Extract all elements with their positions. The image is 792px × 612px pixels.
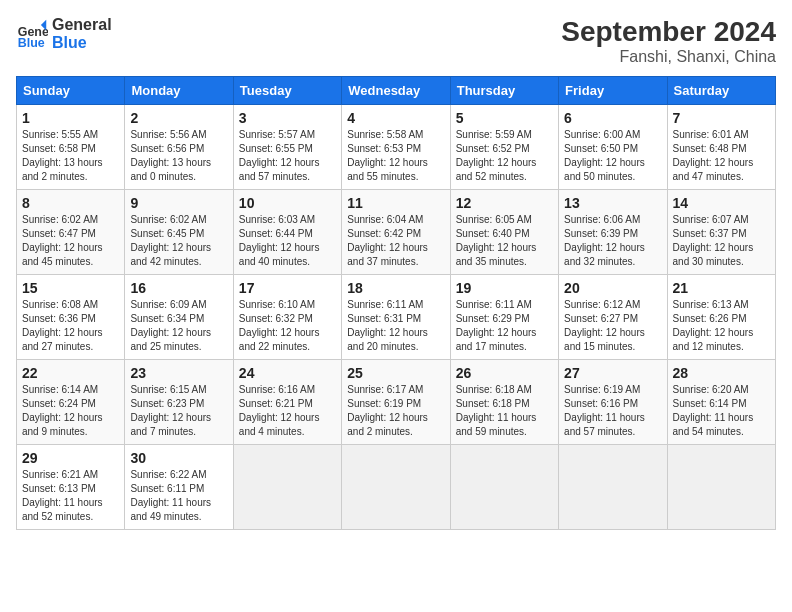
title-block: September 2024 Fanshi, Shanxi, China xyxy=(561,16,776,66)
day-info: Sunrise: 5:57 AM Sunset: 6:55 PM Dayligh… xyxy=(239,129,320,182)
calendar-week-4: 22 Sunrise: 6:14 AM Sunset: 6:24 PM Dayl… xyxy=(17,360,776,445)
weekday-header-saturday: Saturday xyxy=(667,77,775,105)
calendar-cell: 27 Sunrise: 6:19 AM Sunset: 6:16 PM Dayl… xyxy=(559,360,667,445)
day-info: Sunrise: 5:58 AM Sunset: 6:53 PM Dayligh… xyxy=(347,129,428,182)
day-number: 28 xyxy=(673,365,770,381)
day-number: 12 xyxy=(456,195,553,211)
calendar-cell xyxy=(342,445,450,530)
calendar-cell: 8 Sunrise: 6:02 AM Sunset: 6:47 PM Dayli… xyxy=(17,190,125,275)
day-info: Sunrise: 6:15 AM Sunset: 6:23 PM Dayligh… xyxy=(130,384,211,437)
day-info: Sunrise: 6:19 AM Sunset: 6:16 PM Dayligh… xyxy=(564,384,645,437)
weekday-header-sunday: Sunday xyxy=(17,77,125,105)
day-number: 18 xyxy=(347,280,444,296)
day-info: Sunrise: 6:02 AM Sunset: 6:47 PM Dayligh… xyxy=(22,214,103,267)
calendar-body: 1 Sunrise: 5:55 AM Sunset: 6:58 PM Dayli… xyxy=(17,105,776,530)
calendar-cell: 22 Sunrise: 6:14 AM Sunset: 6:24 PM Dayl… xyxy=(17,360,125,445)
day-number: 19 xyxy=(456,280,553,296)
logo-text-general: General xyxy=(52,16,112,34)
day-info: Sunrise: 6:04 AM Sunset: 6:42 PM Dayligh… xyxy=(347,214,428,267)
day-number: 7 xyxy=(673,110,770,126)
weekday-header-row: SundayMondayTuesdayWednesdayThursdayFrid… xyxy=(17,77,776,105)
calendar-cell: 20 Sunrise: 6:12 AM Sunset: 6:27 PM Dayl… xyxy=(559,275,667,360)
weekday-header-tuesday: Tuesday xyxy=(233,77,341,105)
calendar-week-5: 29 Sunrise: 6:21 AM Sunset: 6:13 PM Dayl… xyxy=(17,445,776,530)
calendar-cell: 18 Sunrise: 6:11 AM Sunset: 6:31 PM Dayl… xyxy=(342,275,450,360)
day-info: Sunrise: 6:11 AM Sunset: 6:31 PM Dayligh… xyxy=(347,299,428,352)
calendar-cell: 30 Sunrise: 6:22 AM Sunset: 6:11 PM Dayl… xyxy=(125,445,233,530)
calendar-cell: 16 Sunrise: 6:09 AM Sunset: 6:34 PM Dayl… xyxy=(125,275,233,360)
calendar-cell: 3 Sunrise: 5:57 AM Sunset: 6:55 PM Dayli… xyxy=(233,105,341,190)
weekday-header-friday: Friday xyxy=(559,77,667,105)
calendar-cell xyxy=(233,445,341,530)
day-number: 4 xyxy=(347,110,444,126)
day-info: Sunrise: 6:08 AM Sunset: 6:36 PM Dayligh… xyxy=(22,299,103,352)
day-info: Sunrise: 5:55 AM Sunset: 6:58 PM Dayligh… xyxy=(22,129,103,182)
day-number: 3 xyxy=(239,110,336,126)
day-number: 6 xyxy=(564,110,661,126)
calendar-header: SundayMondayTuesdayWednesdayThursdayFrid… xyxy=(17,77,776,105)
logo: General Blue General Blue xyxy=(16,16,112,52)
day-info: Sunrise: 6:06 AM Sunset: 6:39 PM Dayligh… xyxy=(564,214,645,267)
calendar-cell: 28 Sunrise: 6:20 AM Sunset: 6:14 PM Dayl… xyxy=(667,360,775,445)
calendar-cell: 19 Sunrise: 6:11 AM Sunset: 6:29 PM Dayl… xyxy=(450,275,558,360)
day-info: Sunrise: 6:02 AM Sunset: 6:45 PM Dayligh… xyxy=(130,214,211,267)
day-info: Sunrise: 6:00 AM Sunset: 6:50 PM Dayligh… xyxy=(564,129,645,182)
day-info: Sunrise: 6:14 AM Sunset: 6:24 PM Dayligh… xyxy=(22,384,103,437)
calendar-cell: 13 Sunrise: 6:06 AM Sunset: 6:39 PM Dayl… xyxy=(559,190,667,275)
day-info: Sunrise: 6:07 AM Sunset: 6:37 PM Dayligh… xyxy=(673,214,754,267)
day-number: 5 xyxy=(456,110,553,126)
day-number: 15 xyxy=(22,280,119,296)
calendar-cell: 23 Sunrise: 6:15 AM Sunset: 6:23 PM Dayl… xyxy=(125,360,233,445)
day-info: Sunrise: 5:59 AM Sunset: 6:52 PM Dayligh… xyxy=(456,129,537,182)
day-info: Sunrise: 6:17 AM Sunset: 6:19 PM Dayligh… xyxy=(347,384,428,437)
day-number: 23 xyxy=(130,365,227,381)
day-info: Sunrise: 6:03 AM Sunset: 6:44 PM Dayligh… xyxy=(239,214,320,267)
day-info: Sunrise: 6:13 AM Sunset: 6:26 PM Dayligh… xyxy=(673,299,754,352)
calendar-week-1: 1 Sunrise: 5:55 AM Sunset: 6:58 PM Dayli… xyxy=(17,105,776,190)
calendar-cell: 29 Sunrise: 6:21 AM Sunset: 6:13 PM Dayl… xyxy=(17,445,125,530)
day-info: Sunrise: 6:22 AM Sunset: 6:11 PM Dayligh… xyxy=(130,469,211,522)
calendar-cell: 1 Sunrise: 5:55 AM Sunset: 6:58 PM Dayli… xyxy=(17,105,125,190)
day-number: 17 xyxy=(239,280,336,296)
day-info: Sunrise: 6:10 AM Sunset: 6:32 PM Dayligh… xyxy=(239,299,320,352)
day-number: 2 xyxy=(130,110,227,126)
day-number: 11 xyxy=(347,195,444,211)
day-info: Sunrise: 6:09 AM Sunset: 6:34 PM Dayligh… xyxy=(130,299,211,352)
day-number: 25 xyxy=(347,365,444,381)
calendar-cell: 14 Sunrise: 6:07 AM Sunset: 6:37 PM Dayl… xyxy=(667,190,775,275)
calendar-cell xyxy=(450,445,558,530)
day-number: 27 xyxy=(564,365,661,381)
day-info: Sunrise: 6:05 AM Sunset: 6:40 PM Dayligh… xyxy=(456,214,537,267)
calendar-cell: 11 Sunrise: 6:04 AM Sunset: 6:42 PM Dayl… xyxy=(342,190,450,275)
day-number: 22 xyxy=(22,365,119,381)
day-number: 8 xyxy=(22,195,119,211)
day-info: Sunrise: 6:20 AM Sunset: 6:14 PM Dayligh… xyxy=(673,384,754,437)
calendar-cell xyxy=(559,445,667,530)
calendar-cell: 2 Sunrise: 5:56 AM Sunset: 6:56 PM Dayli… xyxy=(125,105,233,190)
day-number: 26 xyxy=(456,365,553,381)
calendar-subtitle: Fanshi, Shanxi, China xyxy=(561,48,776,66)
day-info: Sunrise: 6:01 AM Sunset: 6:48 PM Dayligh… xyxy=(673,129,754,182)
calendar-cell: 17 Sunrise: 6:10 AM Sunset: 6:32 PM Dayl… xyxy=(233,275,341,360)
calendar-cell: 5 Sunrise: 5:59 AM Sunset: 6:52 PM Dayli… xyxy=(450,105,558,190)
day-number: 30 xyxy=(130,450,227,466)
calendar-cell: 4 Sunrise: 5:58 AM Sunset: 6:53 PM Dayli… xyxy=(342,105,450,190)
logo-icon: General Blue xyxy=(16,18,48,50)
day-number: 14 xyxy=(673,195,770,211)
day-number: 16 xyxy=(130,280,227,296)
day-number: 10 xyxy=(239,195,336,211)
day-number: 20 xyxy=(564,280,661,296)
logo-text-blue: Blue xyxy=(52,34,112,52)
calendar-cell: 21 Sunrise: 6:13 AM Sunset: 6:26 PM Dayl… xyxy=(667,275,775,360)
day-number: 9 xyxy=(130,195,227,211)
day-number: 21 xyxy=(673,280,770,296)
calendar-cell: 9 Sunrise: 6:02 AM Sunset: 6:45 PM Dayli… xyxy=(125,190,233,275)
calendar-cell: 24 Sunrise: 6:16 AM Sunset: 6:21 PM Dayl… xyxy=(233,360,341,445)
day-info: Sunrise: 6:21 AM Sunset: 6:13 PM Dayligh… xyxy=(22,469,103,522)
calendar-cell xyxy=(667,445,775,530)
day-number: 29 xyxy=(22,450,119,466)
day-info: Sunrise: 6:18 AM Sunset: 6:18 PM Dayligh… xyxy=(456,384,537,437)
calendar-title: September 2024 xyxy=(561,16,776,48)
calendar-cell: 7 Sunrise: 6:01 AM Sunset: 6:48 PM Dayli… xyxy=(667,105,775,190)
calendar-week-2: 8 Sunrise: 6:02 AM Sunset: 6:47 PM Dayli… xyxy=(17,190,776,275)
